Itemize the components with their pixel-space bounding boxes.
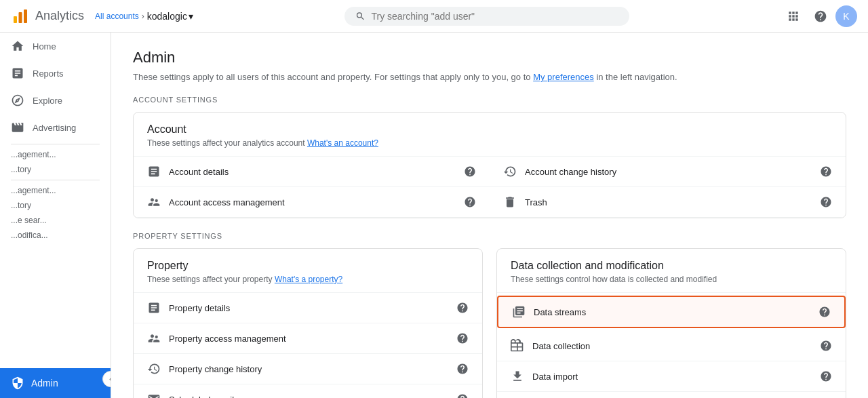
- data-retention-item[interactable]: Data retention: [497, 392, 846, 398]
- whats-account-link[interactable]: What's an account?: [307, 138, 378, 148]
- property-card: Property These settings affect your prop…: [133, 248, 483, 398]
- account-card-title: Account: [147, 123, 832, 136]
- account-access-label: Account access management: [169, 197, 285, 207]
- property-settings-label: PROPERTY SETTINGS: [133, 232, 846, 240]
- account-name[interactable]: kodalogic ▾: [147, 11, 193, 22]
- topbar-icons: K: [781, 4, 857, 28]
- search-icon: [355, 11, 366, 22]
- reports-icon: [11, 66, 24, 80]
- admin-icon: [11, 376, 24, 390]
- account-details-left: Account details: [147, 165, 229, 178]
- property-access-help: [456, 332, 469, 344]
- data-import-icon: [511, 370, 524, 383]
- sidebar-divider: [11, 144, 100, 144]
- scheduled-emails-item[interactable]: Scheduled emails: [134, 384, 482, 398]
- trash-icon: [503, 195, 517, 209]
- help-button[interactable]: [808, 4, 833, 28]
- home-icon: [11, 39, 24, 53]
- page-subtitle: These settings apply to all users of thi…: [133, 72, 846, 82]
- account-card-subtitle: These settings affect your analytics acc…: [147, 138, 832, 148]
- breadcrumb: All accounts › kodalogic ▾: [95, 11, 193, 22]
- data-streams-label: Data streams: [534, 307, 586, 317]
- admin-button[interactable]: Admin: [0, 368, 111, 398]
- property-card-header: Property These settings affect your prop…: [134, 249, 482, 293]
- breadcrumb-all-accounts[interactable]: All accounts: [95, 12, 139, 21]
- property-details-icon: [147, 301, 161, 315]
- sidebar-partial-1: ...agement...: [0, 147, 111, 162]
- apps-button[interactable]: [781, 4, 806, 28]
- account-access-item[interactable]: Account access management: [134, 187, 490, 218]
- property-change-label: Property change history: [169, 364, 262, 374]
- breadcrumb-separator: ›: [142, 12, 144, 21]
- property-change-icon: [147, 362, 161, 376]
- app-name: Analytics: [35, 9, 84, 23]
- property-card-title: Property: [147, 260, 469, 272]
- account-change-history-item[interactable]: Account change history: [490, 157, 846, 187]
- account-items-grid: Account details Account change history: [134, 157, 846, 218]
- sidebar-item-explore[interactable]: Explore: [0, 87, 105, 114]
- account-access-help-icon: [464, 196, 476, 208]
- trash-item[interactable]: Trash: [490, 187, 846, 218]
- data-streams-item[interactable]: Data streams: [497, 296, 846, 328]
- trash-label: Trash: [525, 197, 547, 207]
- account-subtitle-text: These settings affect your analytics acc…: [147, 138, 305, 148]
- account-settings-label: ACCOUNT SETTINGS: [133, 96, 846, 104]
- account-chevron: ▾: [189, 11, 193, 22]
- property-access-label: Property access management: [169, 334, 286, 344]
- whats-property-link[interactable]: What's a property?: [275, 275, 342, 284]
- data-streams-icon: [512, 305, 526, 319]
- data-collection-help: [820, 340, 832, 352]
- svg-rect-1: [19, 12, 22, 23]
- data-import-label: Data import: [532, 372, 578, 382]
- search-box[interactable]: [344, 7, 629, 26]
- sidebar: Home Reports Explore Advertising ...agem…: [0, 33, 111, 398]
- content-area: Admin These settings apply to all users …: [111, 33, 868, 398]
- property-change-help: [456, 363, 469, 375]
- property-details-item[interactable]: Property details: [134, 293, 482, 323]
- search-input[interactable]: [371, 11, 618, 22]
- scheduled-emails-icon: [147, 393, 161, 398]
- sidebar-item-home[interactable]: Home: [0, 33, 105, 60]
- sidebar-label-advertising: Advertising: [33, 123, 76, 133]
- trash-left: Trash: [503, 195, 547, 209]
- sidebar-label-reports: Reports: [33, 68, 64, 79]
- property-access-icon: [147, 332, 161, 345]
- data-import-item[interactable]: Data import: [497, 361, 846, 392]
- sidebar-item-advertising[interactable]: Advertising: [0, 114, 105, 141]
- data-collection-item[interactable]: Data collection: [497, 331, 846, 361]
- account-access-left: Account access management: [147, 195, 285, 209]
- main-layout: Home Reports Explore Advertising ...agem…: [0, 33, 868, 398]
- page-title: Admin: [133, 49, 846, 66]
- account-card: Account These settings affect your analy…: [133, 112, 846, 218]
- scheduled-emails-label: Scheduled emails: [169, 395, 239, 399]
- account-name-text: kodalogic: [147, 11, 187, 22]
- analytics-logo-icon: [11, 7, 30, 26]
- sidebar-divider-2: [11, 180, 100, 180]
- sidebar-label-home: Home: [33, 41, 56, 52]
- account-details-icon: [147, 165, 161, 178]
- sidebar-item-reports[interactable]: Reports: [0, 60, 105, 87]
- account-access-icon: [147, 195, 161, 209]
- data-import-help: [820, 370, 832, 382]
- scheduled-emails-help: [456, 393, 469, 398]
- sidebar-partial-2: ...tory: [0, 162, 111, 177]
- account-change-icon: [503, 165, 517, 178]
- sidebar-partial-5: ...e sear...: [0, 213, 111, 228]
- data-collection-icon: [511, 339, 524, 353]
- sidebar-partial-3: ...agement...: [0, 183, 111, 198]
- property-details-label: Property details: [169, 303, 230, 313]
- account-change-help-icon: [820, 165, 832, 178]
- avatar[interactable]: K: [835, 5, 857, 27]
- subtitle-text: These settings apply to all users of thi…: [133, 72, 531, 82]
- topbar-left: Analytics All accounts › kodalogic ▾: [11, 7, 193, 26]
- account-details-label: Account details: [169, 167, 229, 177]
- property-access-item[interactable]: Property access management: [134, 323, 482, 354]
- property-section: Property These settings affect your prop…: [133, 248, 846, 398]
- property-change-item[interactable]: Property change history: [134, 354, 482, 384]
- account-change-label: Account change history: [525, 167, 616, 177]
- account-card-header: Account These settings affect your analy…: [134, 113, 846, 157]
- property-details-help: [456, 302, 469, 314]
- my-preferences-link[interactable]: My preferences: [533, 72, 594, 82]
- sidebar-partial-4: ...tory: [0, 198, 111, 213]
- account-details-item[interactable]: Account details: [134, 157, 490, 187]
